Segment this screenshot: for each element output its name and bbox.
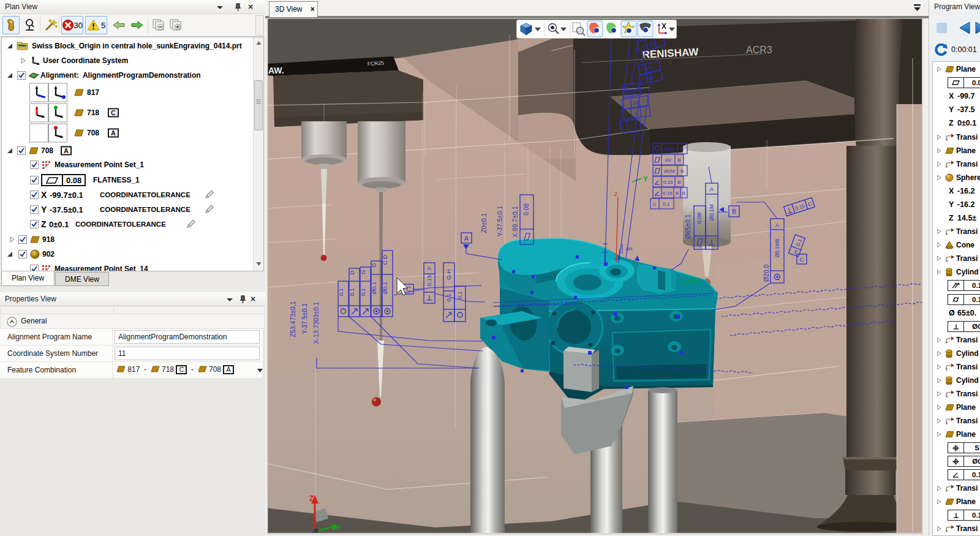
svg-text:Ø0.1MB: Ø0.1MB [774,238,780,258]
svg-text:0.15: 0.15 [663,191,673,196]
svg-text:Y: Y [695,276,699,284]
svg-text:Z0±0.1: Z0±0.1 [480,213,488,233]
svg-text:Z: Z [309,494,314,503]
svg-text:0.1: 0.1 [456,291,463,299]
svg-text:Ø4: Ø4 [626,246,633,252]
svg-text:.15: .15 [633,110,641,117]
svg-text:X: X [662,22,666,31]
svg-text:B: B [682,191,685,196]
svg-text:0.1: 0.1 [360,288,366,296]
svg-text:Ø20.0: Ø20.0 [763,265,770,282]
svg-text:Y: Y [336,524,341,532]
svg-text:0.1: 0.1 [349,288,355,296]
svg-text:0.1: 0.1 [445,293,452,301]
svg-text:0.1: 0.1 [663,202,670,207]
svg-text:G: G [360,270,366,274]
svg-text:C: C [653,202,657,207]
svg-text:AW.: AW. [268,66,284,75]
svg-text:A: A [775,222,780,228]
svg-text:C: C [800,256,804,263]
svg-text:Ø2M: Ø2M [664,168,675,174]
svg-text:C: C [406,286,410,293]
svg-text:X-99.7±0.1: X-99.7±0.1 [511,206,519,237]
svg-text:Y: Y [643,175,648,183]
svg-text:ACR3: ACR3 [746,45,772,55]
svg-text:B: B [680,168,684,174]
svg-text:D: D [371,263,377,267]
svg-text:Z53.473±0,1: Z53.473±0,1 [289,301,296,337]
svg-text:X-13.7303±0.1: X-13.7303±0.1 [312,301,320,344]
svg-text:B: B [677,179,680,185]
svg-text:Z: Z [614,191,618,197]
svg-text:0.1: 0.1 [337,288,344,296]
svg-text:Ø0.1: Ø0.1 [382,282,388,295]
svg-text:B: B [732,208,736,215]
svg-text:Y-37.5±0.1: Y-37.5±0.1 [496,206,503,236]
svg-text:0.15: 0.15 [426,275,432,287]
svg-text:Ø4M: Ø4M [663,146,674,152]
svg-text:Ø0.1: Ø0.1 [371,282,377,295]
svg-text:0.15: 0.15 [663,179,673,185]
svg-text:A: A [710,186,714,192]
svg-text:G-H: G-H [445,269,452,280]
svg-text:A: A [428,265,432,271]
svg-text:D: D [349,270,355,274]
svg-text:A: A [464,235,469,242]
svg-text:B: B [677,157,680,163]
svg-text:B: B [680,146,684,152]
svg-text:FCR25: FCR25 [368,60,385,67]
svg-text:Ø0.1M: Ø0.1M [709,204,715,221]
svg-text:Y-37.5±0.1: Y-37.5±0.1 [301,303,308,334]
svg-text:.04: .04 [632,100,640,107]
svg-text:0.08: 0.08 [523,203,530,216]
svg-text:Ø2: Ø2 [665,157,672,163]
svg-text:0.08: 0.08 [696,213,703,224]
svg-text:C D: C D [382,255,388,265]
svg-text:A: A [676,191,679,196]
svg-text:Ø65±0.1: Ø65±0.1 [684,214,692,239]
